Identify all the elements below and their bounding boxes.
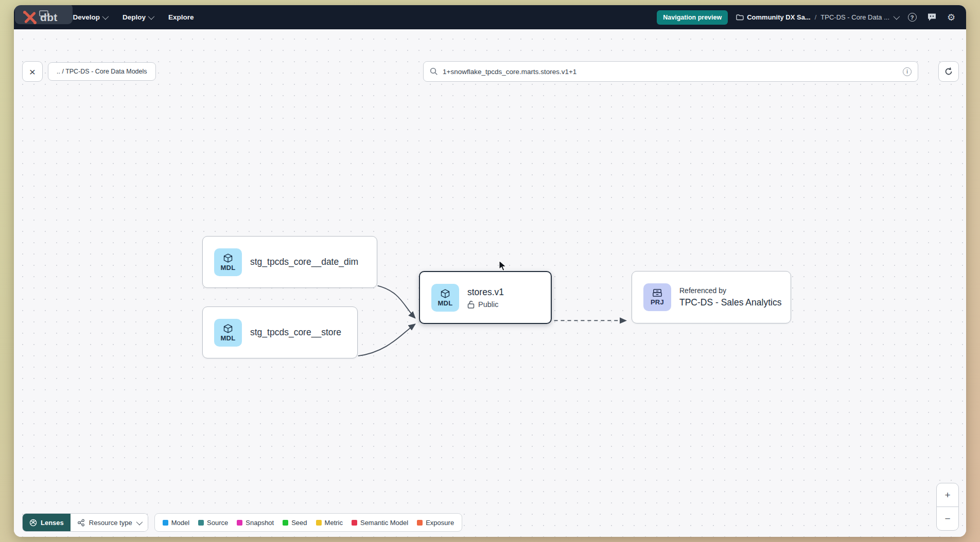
legend-item-model: Model — [163, 519, 189, 527]
edge-date-dim-to-stores — [378, 286, 415, 318]
lenses-button[interactable]: Lenses — [23, 514, 71, 531]
navigation-preview-badge[interactable]: Navigation preview — [657, 10, 728, 25]
edge-store-to-stores — [358, 324, 415, 356]
feedback-button[interactable] — [926, 12, 937, 23]
breadcrumb-project[interactable]: Community DX Sa... — [736, 13, 811, 21]
legend-swatch — [237, 520, 242, 526]
cube-icon — [440, 288, 450, 299]
settings-button[interactable]: ⚙ — [946, 12, 957, 23]
cube-icon — [223, 253, 233, 263]
header-right: Navigation preview Community DX Sa... / … — [657, 10, 957, 25]
node-stg-tpcds-core-date-dim[interactable]: MDL stg_tpcds_core__date_dim — [202, 236, 377, 288]
model-icon: MDL — [214, 248, 242, 276]
minus-icon: − — [944, 513, 950, 525]
nav-explore[interactable]: Explore — [168, 13, 194, 21]
close-icon: × — [29, 66, 36, 77]
lineage-search-bar: i — [423, 61, 918, 82]
resource-legend: Model Source Snapshot Seed Metric — [154, 513, 462, 532]
node-referenced-by-project[interactable]: PRJ Referenced by TPC-DS - Sales Analyti… — [632, 271, 791, 323]
legend-item-seed: Seed — [283, 519, 307, 527]
help-icon: ? — [908, 13, 917, 22]
monitor-icon — [39, 10, 49, 17]
breadcrumb-separator: / — [815, 13, 817, 21]
plus-icon: + — [944, 490, 950, 501]
node-text: stores.v1 Public — [467, 287, 504, 309]
legend-item-semantic-model: Semantic Model — [352, 519, 408, 527]
lens-group: Lenses Resource type — [22, 513, 148, 532]
refresh-lineage-button[interactable] — [938, 61, 959, 82]
legend-swatch — [163, 520, 168, 526]
app-window: dbt Develop Deploy Explore Navigation pr… — [14, 5, 966, 537]
folder-icon — [736, 14, 744, 21]
chevron-down-icon — [136, 518, 143, 525]
nav-deploy[interactable]: Deploy — [122, 13, 153, 21]
chevron-down-icon — [102, 13, 109, 20]
main-nav: Develop Deploy Explore — [73, 13, 194, 21]
legend-swatch — [198, 520, 204, 526]
search-icon — [430, 67, 438, 76]
legend-swatch — [283, 520, 288, 526]
project-icon: PRJ — [643, 283, 671, 311]
legend-item-snapshot: Snapshot — [237, 519, 274, 527]
zoom-control: + − — [936, 483, 959, 531]
cube-icon — [223, 323, 233, 334]
resource-graph-icon — [77, 519, 85, 527]
chevron-down-icon — [148, 13, 155, 20]
model-icon: MDL — [431, 284, 459, 312]
lineage-breadcrumb-chip[interactable]: .. / TPC-DS - Core Data Models — [48, 62, 156, 81]
archive-drawers-icon — [652, 288, 662, 298]
resource-type-dropdown[interactable]: Resource type — [71, 514, 148, 531]
legend-swatch — [352, 520, 357, 526]
nav-develop[interactable]: Develop — [73, 13, 108, 21]
info-icon[interactable]: i — [903, 67, 912, 76]
unlocked-padlock-icon — [467, 300, 475, 309]
lineage-canvas[interactable]: × .. / TPC-DS - Core Data Models i MDL — [14, 29, 966, 537]
gear-icon: ⚙ — [947, 13, 955, 22]
chevron-down-icon[interactable] — [894, 13, 900, 20]
breadcrumb: Community DX Sa... / TPC-DS - Core Data … — [736, 13, 898, 21]
access-row: Public — [467, 300, 504, 309]
zoom-in-button[interactable]: + — [937, 483, 958, 507]
close-lineage-button[interactable]: × — [22, 61, 43, 82]
canvas-controls: Lenses Resource type Model — [22, 513, 462, 532]
recording-overlay — [15, 5, 73, 24]
node-stg-tpcds-core-store[interactable]: MDL stg_tpcds_core__store — [202, 306, 358, 358]
model-icon: MDL — [214, 319, 242, 347]
legend-item-metric: Metric — [316, 519, 343, 527]
legend-swatch — [316, 520, 322, 526]
breadcrumb-page[interactable]: TPC-DS - Core Data ... — [820, 13, 889, 21]
legend-swatch — [417, 520, 423, 526]
legend-item-source: Source — [198, 519, 228, 527]
legend-item-exposure: Exposure — [417, 519, 454, 527]
help-button[interactable]: ? — [906, 12, 918, 23]
lens-aperture-icon — [29, 519, 37, 527]
selector-input[interactable] — [443, 68, 898, 76]
chat-bubble-icon — [927, 13, 937, 22]
node-text: Referenced by TPC-DS - Sales Analytics — [679, 286, 781, 308]
top-nav-bar: dbt Develop Deploy Explore Navigation pr… — [14, 5, 966, 29]
refresh-icon — [944, 67, 953, 76]
node-stores-v1[interactable]: MDL stores.v1 Public — [419, 271, 552, 324]
zoom-out-button[interactable]: − — [937, 507, 958, 530]
